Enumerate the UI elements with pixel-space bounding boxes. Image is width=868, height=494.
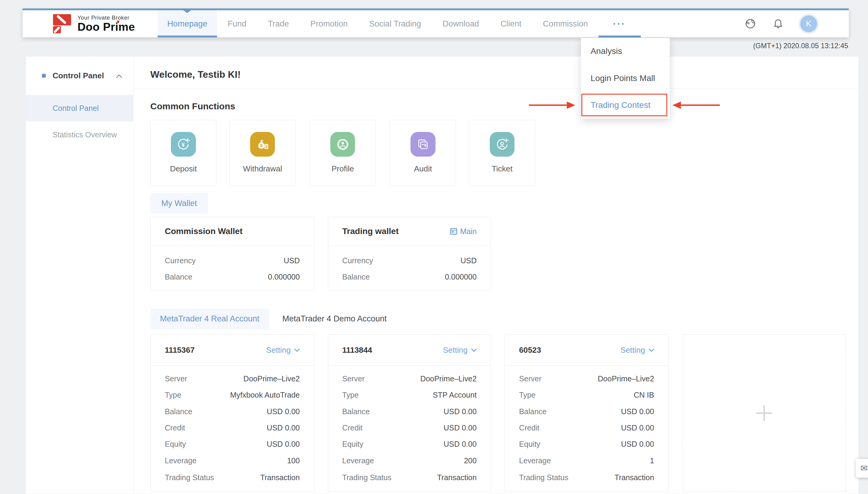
nav-item-more[interactable]: ••• [598, 10, 641, 37]
main-content: Welcome, Testib KI! Common Functions ¥ D… [134, 57, 858, 494]
bullet-icon [42, 74, 46, 78]
detail-row: BalanceUSD 0.00 [165, 406, 300, 417]
detail-row: Trading StatusTransaction [165, 473, 300, 483]
function-card-ticket[interactable]: Ticket [469, 120, 535, 186]
function-card-withdrawal[interactable]: $ Withdrawal [229, 120, 295, 186]
detail-row: Leverage1 [519, 455, 654, 466]
setting-dropdown-button[interactable]: Setting [621, 345, 654, 355]
wallet-row: Balance 0.000000 [342, 272, 477, 282]
function-card-profile[interactable]: Profile [310, 120, 376, 186]
server-time: (GMT+1) 2020.08.05 13:12:45 [753, 42, 848, 50]
detail-row: EquityUSD 0.00 [519, 439, 654, 450]
annotation-arrow-right [672, 101, 720, 109]
chevron-down-icon [649, 348, 654, 352]
user-avatar[interactable]: K [800, 15, 817, 32]
account-number: 1113844 [342, 345, 372, 355]
detail-row: ServerDooPrime–Live2 [519, 374, 654, 384]
brand-name: Doo Prime [77, 21, 135, 33]
svg-text:$: $ [260, 143, 263, 148]
envelope-icon: ✉ [861, 463, 868, 473]
profile-icon [330, 132, 355, 157]
brand-i-dot [117, 20, 119, 23]
function-card-deposit[interactable]: ¥ Deposit [150, 120, 216, 186]
globe-icon [745, 18, 756, 30]
detail-row: BalanceUSD 0.00 [342, 406, 477, 417]
ticket-icon [490, 132, 515, 157]
wallet-title: Commission Wallet [165, 227, 243, 236]
detail-row: CreditUSD 0.00 [165, 423, 300, 433]
svg-text:¥: ¥ [182, 142, 185, 148]
detail-row: CreditUSD 0.00 [342, 423, 477, 433]
nav-item-homepage[interactable]: Homepage [158, 10, 217, 37]
common-functions-title: Common Functions [150, 101, 235, 111]
account-card-1115367: 1115367 Setting ServerDooPrime–Live2 Typ… [150, 334, 314, 492]
tab-mt4-demo-account[interactable]: MetaTrader 4 Demo Account [278, 308, 391, 329]
menu-item-login-points-mall[interactable]: Login Points Mall [581, 65, 670, 92]
tab-my-wallet[interactable]: My Wallet [150, 193, 208, 213]
divider [134, 88, 858, 89]
main-wallet-link[interactable]: Main [450, 227, 477, 236]
detail-row: ServerDooPrime–Live2 [342, 374, 477, 384]
detail-row: ServerDooPrime–Live2 [165, 374, 300, 384]
doo-prime-dashboard: Your Private Broker Doo Prime Homepage F… [0, 0, 868, 494]
nav-item-promotion[interactable]: Promotion [300, 10, 358, 37]
nav-item-social-trading[interactable]: Social Trading [358, 10, 431, 37]
plus-icon [753, 402, 775, 424]
detail-row: TypeMyfxbook AutoTrade [165, 390, 300, 400]
audit-icon: ¥ [410, 132, 436, 157]
detail-row: Trading StatusTransaction [519, 473, 654, 483]
account-card-60523: 60523 Setting ServerDooPrime–Live2 TypeC… [504, 334, 668, 492]
detail-row: EquityUSD 0.00 [342, 439, 477, 450]
detail-row: Trading StatusTransaction [342, 473, 477, 483]
wallet-row: Currency USD [342, 256, 477, 266]
bell-icon [773, 18, 784, 30]
main-nav: Homepage Fund Trade Promotion Social Tra… [158, 10, 641, 37]
detail-row: TypeCN IB [519, 390, 654, 400]
svg-text:¥: ¥ [424, 143, 426, 148]
language-globe-button[interactable] [745, 18, 756, 30]
detail-row: BalanceUSD 0.00 [519, 406, 654, 417]
annotation-highlight-box [581, 94, 667, 116]
contact-mail-button[interactable]: ✉ [856, 459, 868, 478]
ellipsis-icon: ••• [613, 20, 626, 27]
setting-dropdown-button[interactable]: Setting [443, 345, 477, 355]
wallet-title: Trading wallet [342, 227, 399, 236]
wallet-row: Currency USD [165, 256, 300, 266]
sidebar-group-control-panel[interactable]: Control Panel [26, 68, 133, 84]
annotation-arrow-left [529, 101, 575, 109]
detail-row: EquityUSD 0.00 [165, 439, 300, 450]
add-account-card[interactable] [683, 334, 846, 492]
withdrawal-icon: $ [250, 132, 275, 157]
nav-item-fund[interactable]: Fund [217, 10, 257, 37]
notifications-button[interactable] [773, 18, 784, 30]
sidebar-item-statistics-overview[interactable]: Statistics Overview [26, 121, 133, 148]
chevron-down-icon [471, 348, 477, 352]
brand-tagline: Your Private Broker [77, 15, 135, 21]
tab-mt4-real-account[interactable]: MetaTrader 4 Real Account [150, 308, 269, 329]
detail-row: Leverage100 [165, 455, 300, 466]
setting-dropdown-button[interactable]: Setting [266, 345, 300, 355]
doo-prime-logo-icon [52, 14, 72, 34]
detail-row: CreditUSD 0.00 [519, 423, 654, 433]
nav-item-client[interactable]: Client [490, 10, 532, 37]
trading-wallet-card: Trading wallet Main Currency USD Balance… [328, 217, 491, 290]
account-number: 1115367 [165, 345, 195, 355]
chevron-down-icon [294, 348, 300, 352]
sidebar-item-control-panel[interactable]: Control Panel [26, 95, 133, 121]
nav-item-commission[interactable]: Commission [532, 10, 599, 37]
wallet-row: Balance 0.000000 [165, 272, 300, 282]
detail-row: TypeSTP Account [342, 390, 477, 400]
nav-item-download[interactable]: Download [432, 10, 490, 37]
welcome-heading: Welcome, Testib KI! [150, 69, 241, 80]
function-card-audit[interactable]: ¥ Audit [390, 120, 456, 186]
detail-row: Leverage200 [342, 455, 477, 466]
wallet-icon [450, 228, 457, 235]
menu-item-analysis[interactable]: Analysis [581, 38, 670, 65]
nav-item-trade[interactable]: Trade [257, 10, 300, 37]
active-tab-caret-icon [183, 10, 191, 13]
top-navbar: Your Private Broker Doo Prime Homepage F… [23, 8, 849, 37]
commission-wallet-card: Commission Wallet Currency USD Balance 0… [150, 217, 314, 290]
account-card-1113844: 1113844 Setting ServerDooPrime–Live2 Typ… [328, 334, 491, 492]
chevron-up-icon [116, 74, 122, 78]
brand-logo: Your Private Broker Doo Prime [52, 10, 158, 37]
